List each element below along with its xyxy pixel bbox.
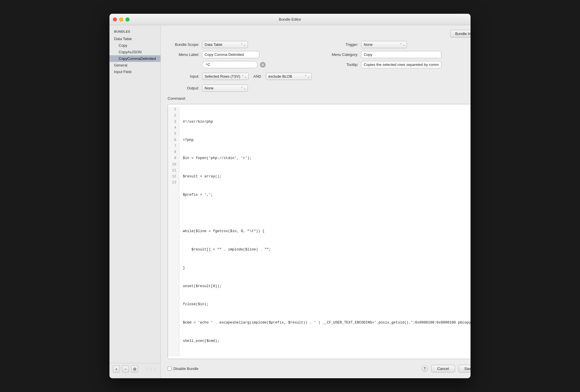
code-line-8: $result[] = "" . implode($line) . ""; [183,247,471,253]
code-line-4: $result = array(); [183,174,471,180]
code-line-1: #!/usr/bin/php [183,119,471,125]
line-num-8: 8 [171,149,176,155]
menu-category-label: Menu Category: [327,52,358,57]
resize-handle[interactable]: ⋮⋮⋮ [145,367,157,371]
line-num-1: 1 [171,107,176,113]
menu-label-label: Menu Label: [168,52,199,57]
cancel-button[interactable]: Cancel [431,365,455,373]
disable-bundle-area: Disable Bundle [168,366,198,371]
code-line-9: } [183,265,471,271]
form-grid: Bundle Scope: Data Table ⌃⌄ Trigger: Non… [168,41,471,68]
line-num-10: 10 [171,162,176,168]
sidebar-group-data-table[interactable]: Data Table [109,36,160,42]
bottom-bar: Disable Bundle ? Cancel Save [168,362,471,374]
code-editor[interactable]: 1 2 3 4 5 6 7 8 9 10 11 12 13 [168,104,471,359]
code-line-10: unset($result[0]); [183,283,471,289]
output-label: Output: [168,86,199,90]
sidebar-header: BUNDLES [109,29,160,36]
code-line-7: while($line = fgetcsv($in, 0, "\t")) { [183,228,471,234]
bundle-scope-select[interactable]: Data Table [202,41,248,48]
sidebar-group-input-field[interactable]: Input Field [109,68,160,75]
window-content: BUNDLES Data Table Copy CopyAsJSON CopyC… [109,25,471,378]
settings-button[interactable]: ⚙ [131,366,138,373]
code-lines-container: 1 2 3 4 5 6 7 8 9 10 11 12 13 [168,104,471,358]
bundle-scope-label: Bundle Scope: [168,42,199,47]
sidebar-group-general[interactable]: General [109,62,160,68]
main-panel: Bundle Info Bundle Scope: Data Table ⌃⌄ [161,25,471,378]
and-label: AND [253,74,261,79]
menu-category-row: Menu Category: [327,51,471,58]
help-button[interactable]: ? [422,365,428,372]
save-button[interactable]: Save [458,365,471,373]
add-bundle-button[interactable]: + [113,366,120,373]
output-select-wrapper: None ⌃⌄ [202,85,248,92]
sidebar-item-copycommadelimited[interactable]: CopyCommaDelimited [109,55,160,62]
remove-bundle-button[interactable]: − [122,366,129,373]
tooltip-row: Tooltip: [327,61,471,68]
close-button[interactable] [113,17,117,21]
bundle-info-button[interactable]: Bundle Info [450,30,471,38]
top-right-area: Bundle Info [168,30,471,38]
shortcut-area: ✕ [202,61,266,68]
shortcut-input[interactable] [202,61,258,68]
window-controls [113,17,130,21]
disable-bundle-label: Disable Bundle [173,366,198,371]
window-title: Bundle Editor [279,17,301,21]
trigger-label: Trigger: [327,42,358,47]
trigger-row: Trigger: None ⌃⌄ [327,41,471,48]
shortcut-clear-button[interactable]: ✕ [260,62,266,68]
input-output-row: Input: Selected Rows (TSV) ⌃⌄ AND exclud… [168,73,471,80]
line-num-6: 6 [171,137,176,143]
tooltip-input[interactable] [361,61,441,68]
line-num-12: 12 [171,174,176,180]
input-select[interactable]: Selected Rows (TSV) [202,73,249,80]
line-num-9: 9 [171,155,176,161]
shortcut-row: ✕ [168,61,320,68]
line-num-7: 7 [171,143,176,149]
and-select[interactable]: exclude BLOB [266,73,312,80]
line-num-11: 11 [171,168,176,174]
line-num-5: 5 [171,131,176,137]
code-line-12: $cmd = 'echo ' . escapeshellarg(implode(… [183,320,471,326]
code-content[interactable]: #!/usr/bin/php <?php $in = fopen('php://… [179,107,471,356]
input-row: Input: Selected Rows (TSV) ⌃⌄ [168,73,249,80]
sidebar: BUNDLES Data Table Copy CopyAsJSON CopyC… [109,25,161,378]
sidebar-item-copy[interactable]: Copy [109,42,160,49]
bundle-scope-row: Bundle Scope: Data Table ⌃⌄ [168,41,320,48]
code-line-13: shell_exec($cmd); [183,338,471,344]
disable-bundle-checkbox[interactable] [168,366,172,371]
code-line-11: fclose($in); [183,301,471,307]
code-line-3: $in = fopen('php://stdin', 'r'); [183,155,471,161]
tooltip-label: Tooltip: [327,62,358,67]
trigger-select-wrapper: None ⌃⌄ [361,41,407,48]
line-num-3: 3 [171,119,176,125]
code-line-2: <?php [183,137,471,143]
line-numbers: 1 2 3 4 5 6 7 8 9 10 11 12 13 [168,107,179,356]
minimize-button[interactable] [119,17,123,21]
maximize-button[interactable] [126,17,130,21]
output-select[interactable]: None [202,85,248,92]
sidebar-item-copyasjson[interactable]: CopyAsJSON [109,49,160,55]
line-num-2: 2 [171,113,176,119]
menu-label-input[interactable] [202,51,259,58]
bundle-editor-window: Bundle Editor BUNDLES Data Table Copy Co… [109,14,471,378]
input-label: Input: [168,74,199,79]
input-select-wrapper: Selected Rows (TSV) ⌃⌄ [202,73,249,80]
and-select-wrapper: exclude BLOB ⌃⌄ [266,73,312,80]
titlebar: Bundle Editor [109,14,471,25]
command-label: Command: [168,96,471,101]
code-line-6 [183,210,471,216]
menu-label-row: Menu Label: [168,51,320,58]
output-row: Output: None ⌃⌄ [168,85,471,92]
bundle-scope-select-wrapper: Data Table ⌃⌄ [202,41,248,48]
trigger-select[interactable]: None [361,41,407,48]
line-num-13: 13 [171,180,176,186]
code-line-5: $prefix = ','; [183,192,471,198]
menu-category-input[interactable] [361,51,441,58]
sidebar-bottom-bar: + − ⚙ ⋮⋮⋮ [109,363,160,375]
line-num-4: 4 [171,125,176,131]
